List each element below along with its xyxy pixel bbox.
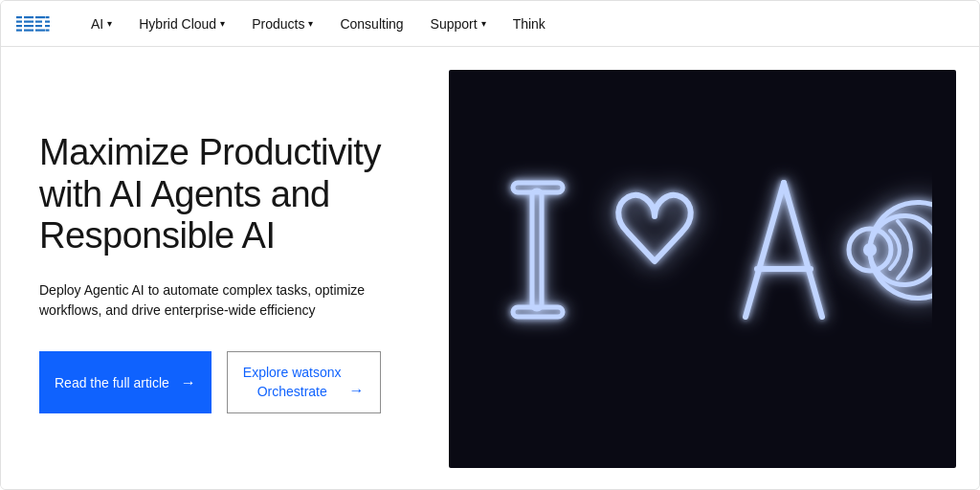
- neon-svg: [473, 106, 932, 432]
- hero-image: [441, 47, 979, 490]
- svg-line-19: [746, 183, 784, 317]
- nav-item-support[interactable]: Support ▾: [417, 1, 500, 47]
- neon-heart: [618, 195, 691, 261]
- ibm-logo[interactable]: [16, 16, 55, 32]
- hero-headline: Maximize Productivity with AI Agents and…: [39, 132, 403, 257]
- svg-rect-7: [24, 29, 33, 31]
- svg-rect-10: [35, 25, 42, 27]
- svg-rect-2: [16, 25, 22, 27]
- svg-rect-17: [532, 190, 542, 309]
- read-article-button[interactable]: Read the full article →: [39, 351, 212, 413]
- svg-rect-12: [46, 16, 50, 18]
- hero-section: Maximize Productivity with AI Agents and…: [1, 47, 979, 490]
- svg-rect-8: [35, 16, 45, 18]
- neon-i: [513, 183, 563, 317]
- main-nav: AI ▾ Hybrid Cloud ▾ Products ▾ Consultin…: [1, 1, 979, 47]
- hero-left: Maximize Productivity with AI Agents and…: [1, 47, 441, 490]
- svg-rect-9: [35, 20, 42, 22]
- svg-rect-15: [46, 29, 50, 31]
- svg-point-23: [863, 243, 877, 256]
- chevron-down-icon: ▾: [308, 18, 313, 29]
- nav-item-ai[interactable]: AI ▾: [78, 1, 125, 47]
- svg-rect-0: [16, 16, 22, 18]
- nav-item-hybrid-cloud[interactable]: Hybrid Cloud ▾: [125, 1, 238, 47]
- nav-item-products[interactable]: Products ▾: [238, 1, 326, 47]
- nav-item-consulting[interactable]: Consulting: [326, 1, 416, 47]
- nav-menu: AI ▾ Hybrid Cloud ▾ Products ▾ Consultin…: [78, 1, 559, 47]
- neon-circles: [849, 203, 932, 299]
- chevron-down-icon: ▾: [107, 18, 112, 29]
- explore-watsonx-button[interactable]: Explore watsonx Orchestrate →: [227, 351, 381, 413]
- svg-rect-1: [16, 20, 22, 22]
- svg-rect-11: [35, 29, 45, 31]
- svg-rect-6: [24, 25, 33, 27]
- nav-item-think[interactable]: Think: [500, 1, 559, 47]
- svg-rect-4: [24, 16, 33, 18]
- svg-rect-14: [45, 25, 50, 27]
- arrow-icon: →: [181, 374, 196, 391]
- cta-row: Read the full article → Explore watsonx …: [39, 351, 403, 413]
- neon-a: [746, 183, 822, 317]
- svg-rect-13: [45, 20, 50, 22]
- hero-subtext: Deploy Agentic AI to automate complex ta…: [39, 280, 403, 321]
- neon-display: [449, 70, 956, 468]
- svg-rect-18: [513, 307, 563, 317]
- chevron-down-icon: ▾: [220, 18, 225, 29]
- svg-rect-3: [16, 29, 22, 31]
- arrow-icon: →: [349, 380, 365, 401]
- svg-line-20: [784, 183, 822, 317]
- svg-rect-5: [24, 20, 33, 22]
- chevron-down-icon: ▾: [481, 18, 486, 29]
